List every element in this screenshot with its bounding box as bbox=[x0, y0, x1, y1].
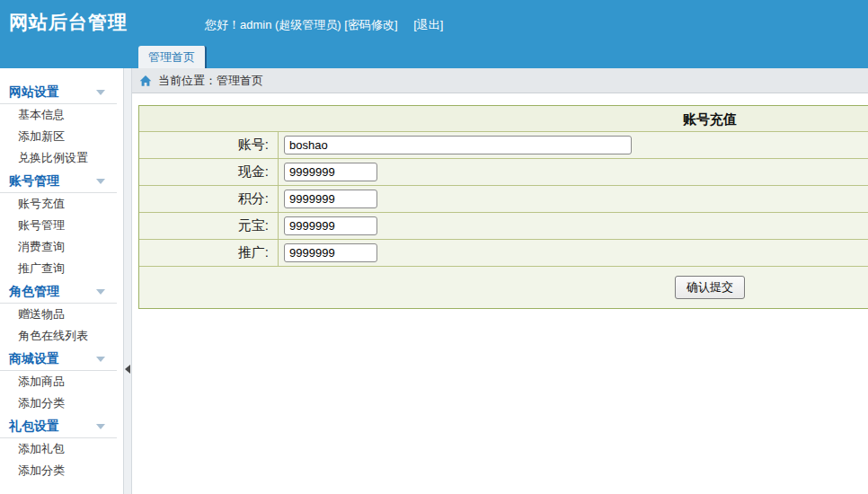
promotion-input[interactable] bbox=[284, 243, 377, 262]
sidebar-collapse-handle[interactable] bbox=[123, 68, 132, 494]
submit-button[interactable]: 确认提交 bbox=[675, 276, 745, 299]
form-row: 推广: bbox=[139, 240, 868, 267]
greeting-text: 您好！admin (超级管理员) bbox=[205, 18, 341, 31]
account-input[interactable] bbox=[284, 136, 632, 154]
sidebar-item[interactable]: 推广查询 bbox=[0, 258, 123, 279]
sidebar-item[interactable]: 添加礼包 bbox=[0, 438, 123, 460]
change-password-link[interactable]: [密码修改] bbox=[344, 18, 397, 31]
tab-admin-home[interactable]: 管理首页 bbox=[138, 46, 207, 68]
logout-link[interactable]: [退出] bbox=[413, 18, 443, 31]
sidebar-item[interactable]: 账号充值 bbox=[0, 193, 123, 215]
sidebar-item[interactable]: 兑换比例设置 bbox=[0, 147, 123, 169]
sidebar-group-label: 账号管理 bbox=[9, 173, 59, 188]
sidebar-group-label: 网站设置 bbox=[9, 84, 59, 99]
sidebar-group-label: 角色管理 bbox=[9, 284, 59, 298]
page-title: 网站后台管理 bbox=[9, 10, 128, 35]
sidebar-item[interactable]: 添加分类 bbox=[0, 460, 123, 481]
sidebar-item[interactable]: 基本信息 bbox=[0, 104, 123, 126]
account-label: 账号: bbox=[139, 132, 279, 158]
app-header: 网站后台管理 您好！admin (超级管理员) [密码修改] [退出] 管理首页 bbox=[0, 0, 868, 68]
body-row: 网站设置基本信息添加新区兑换比例设置账号管理账号充值账号管理消费查询推广查询角色… bbox=[0, 68, 868, 494]
form-row: 积分: bbox=[139, 186, 868, 213]
sidebar-group-header[interactable]: 角色管理 bbox=[0, 279, 117, 304]
home-icon bbox=[139, 75, 152, 87]
admin-page: 网站后台管理 您好！admin (超级管理员) [密码修改] [退出] 管理首页… bbox=[0, 0, 868, 494]
button-row: 确认提交 bbox=[139, 267, 868, 308]
input-cell bbox=[279, 159, 377, 185]
sidebar-group-header[interactable]: 礼包设置 bbox=[0, 414, 117, 438]
breadcrumb: 当前位置：管理首页 bbox=[132, 68, 868, 93]
sidebar-item[interactable]: 添加分类 bbox=[0, 393, 123, 414]
sidebar-group-header[interactable]: 商城设置 bbox=[0, 347, 117, 371]
input-cell bbox=[279, 213, 377, 239]
cash-label: 现金: bbox=[139, 159, 279, 185]
sidebar-item[interactable]: 账号管理 bbox=[0, 215, 123, 236]
user-info-bar: 您好！admin (超级管理员) [密码修改] [退出] bbox=[205, 17, 443, 33]
collapse-left-icon bbox=[125, 365, 130, 374]
yuanbao-input[interactable] bbox=[284, 216, 377, 235]
sidebar-group-header[interactable]: 网站设置 bbox=[0, 80, 117, 104]
form-title: 账号充值 bbox=[139, 106, 868, 132]
sidebar-item[interactable]: 角色在线列表 bbox=[0, 325, 123, 347]
sidebar-item[interactable]: 添加商品 bbox=[0, 371, 123, 393]
promotion-label: 推广: bbox=[139, 240, 279, 266]
sidebar-group-label: 商城设置 bbox=[9, 351, 59, 366]
content-area: 当前位置：管理首页 账号充值 账号:现金:积分:元宝:推广: 确认提交 bbox=[132, 68, 868, 494]
form-row: 元宝: bbox=[139, 213, 868, 240]
sidebar-group-header[interactable]: 账号管理 bbox=[0, 169, 117, 193]
breadcrumb-label: 当前位置：管理首页 bbox=[158, 73, 263, 89]
chevron-down-icon bbox=[96, 179, 105, 184]
sidebar: 网站设置基本信息添加新区兑换比例设置账号管理账号充值账号管理消费查询推广查询角色… bbox=[0, 68, 123, 494]
input-cell bbox=[279, 240, 377, 266]
chevron-down-icon bbox=[96, 90, 105, 95]
input-cell bbox=[279, 186, 377, 212]
sidebar-item[interactable]: 赠送物品 bbox=[0, 304, 123, 325]
sidebar-group-label: 礼包设置 bbox=[9, 419, 59, 433]
chevron-down-icon bbox=[96, 289, 105, 295]
sidebar-item[interactable]: 消费查询 bbox=[0, 236, 123, 258]
points-label: 积分: bbox=[139, 186, 279, 212]
main-panel: 账号充值 账号:现金:积分:元宝:推广: 确认提交 bbox=[132, 93, 868, 494]
form-row: 现金: bbox=[139, 159, 868, 186]
chevron-down-icon bbox=[96, 424, 105, 429]
sidebar-item[interactable]: 添加新区 bbox=[0, 126, 123, 147]
input-cell bbox=[279, 132, 632, 158]
cash-input[interactable] bbox=[284, 163, 377, 181]
yuanbao-label: 元宝: bbox=[139, 213, 279, 239]
recharge-form: 账号充值 账号:现金:积分:元宝:推广: 确认提交 bbox=[138, 105, 868, 309]
chevron-down-icon bbox=[96, 357, 105, 362]
points-input[interactable] bbox=[284, 190, 377, 208]
form-row: 账号: bbox=[139, 132, 868, 159]
